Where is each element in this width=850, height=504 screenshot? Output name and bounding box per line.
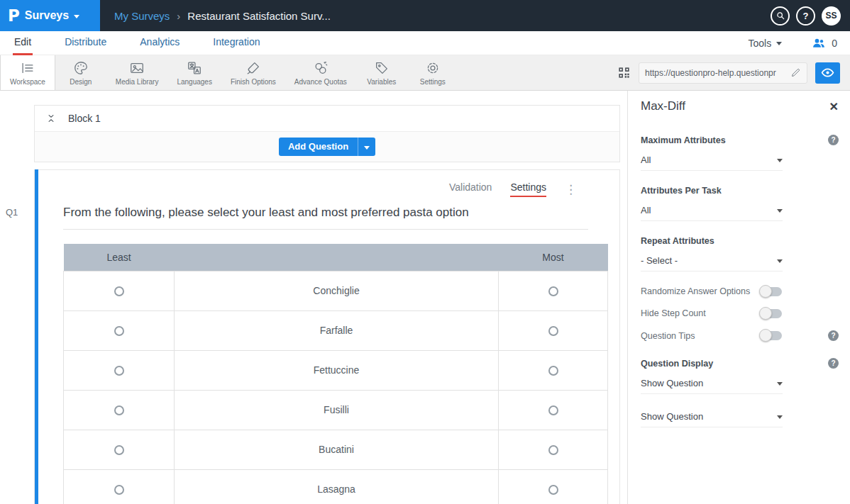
toggle-hide-step-count: Hide Step Count (641, 308, 839, 318)
attribute-label: Fettuccine (175, 350, 499, 390)
question-accent-stripe (35, 169, 38, 504)
field-label: Attributes Per Task (641, 186, 722, 196)
tab-integration[interactable]: Integration (211, 31, 261, 55)
tabbar-right: Tools 0 (749, 36, 837, 50)
block-card: Block 1 Add Question (34, 105, 620, 162)
field-label: Repeat Attributes (641, 236, 714, 246)
select-value: Show Question (641, 411, 703, 422)
more-options-icon[interactable]: ⋮ (565, 184, 577, 196)
breadcrumb-my-surveys[interactable]: My Surveys (114, 10, 170, 22)
column-header-attribute (175, 244, 499, 271)
breadcrumb: My Surveys › Restaurant Satisfaction Sur… (114, 10, 331, 22)
qr-code-icon[interactable] (617, 66, 631, 79)
toggle-switch[interactable] (761, 287, 782, 296)
topbar: P Surveys My Surveys › Restaurant Satisf… (0, 0, 850, 31)
questionpro-logo-icon: P (8, 8, 20, 24)
toolbar-item-media-library[interactable]: Media Library (106, 55, 168, 90)
toolbar-item-settings[interactable]: Settings (407, 55, 458, 90)
avatar[interactable]: SS (822, 6, 841, 26)
tag-icon (374, 60, 390, 76)
least-radio[interactable] (114, 485, 124, 495)
least-radio[interactable] (114, 445, 124, 455)
table-row: Lasagna (64, 469, 608, 504)
survey-url-field[interactable]: https://questionpro-help.questionpr (639, 62, 807, 84)
toggle-knob (759, 307, 772, 320)
toolbar-item-finish-options[interactable]: Finish Options (221, 55, 285, 90)
toolbar-item-languages[interactable]: Languages (167, 55, 221, 90)
collaborators[interactable]: 0 (812, 36, 837, 50)
table-header-row: Least Most (64, 244, 608, 271)
help-button[interactable]: ? (796, 6, 815, 26)
field-repeat-attributes: Repeat Attributes - Select - (641, 236, 839, 271)
question-title[interactable]: From the following, please select your l… (63, 206, 588, 230)
close-icon[interactable]: ✕ (829, 100, 839, 113)
toggle-knob (759, 329, 772, 342)
most-radio[interactable] (548, 485, 558, 495)
least-radio[interactable] (114, 286, 124, 296)
least-radio[interactable] (114, 326, 124, 336)
survey-url-value: https://questionpro-help.questionpr (645, 68, 790, 78)
tools-label: Tools (749, 38, 772, 49)
most-radio[interactable] (548, 445, 558, 455)
panel-title: Max-Diff (641, 99, 685, 113)
toggle-label: Hide Step Count (641, 308, 756, 318)
tab-distribute[interactable]: Distribute (63, 31, 108, 55)
most-radio[interactable] (548, 326, 558, 336)
tab-settings[interactable]: Settings (510, 181, 546, 197)
add-question-button[interactable]: Add Question (279, 138, 375, 156)
toolbar-item-workspace[interactable]: Workspace (0, 55, 55, 90)
maxdiff-settings-panel: Max-Diff ✕ Maximum Attributes ? All Attr… (627, 91, 850, 504)
tools-menu[interactable]: Tools (749, 38, 783, 49)
tab-validation[interactable]: Validation (449, 181, 492, 197)
column-header-most: Most (499, 244, 608, 271)
toolbar-item-label: Languages (177, 78, 212, 86)
product-switcher[interactable]: P Surveys (0, 0, 100, 31)
repeat-attributes-select[interactable]: - Select - (641, 255, 783, 271)
least-radio[interactable] (114, 366, 124, 376)
most-radio[interactable] (548, 366, 558, 376)
search-button[interactable] (771, 6, 790, 26)
tab-edit[interactable]: Edit (13, 31, 33, 55)
chevron-down-icon (777, 259, 783, 263)
toolbar-item-label: Design (70, 78, 92, 86)
add-question-label[interactable]: Add Question (279, 138, 358, 156)
edit-pencil-icon[interactable] (790, 67, 801, 78)
most-radio[interactable] (548, 286, 558, 296)
chevron-down-icon (777, 415, 783, 419)
help-icon[interactable]: ? (828, 330, 839, 341)
toggle-randomize-answer-options: Randomize Answer Options (641, 286, 839, 296)
question-display-select-1[interactable]: Show Question (641, 378, 783, 394)
main-nav-tabs: Edit Distribute Analytics Integration To… (0, 31, 850, 55)
attribute-label: Conchiglie (175, 271, 499, 310)
main-area: Q1 Block 1 Add Question (0, 91, 850, 504)
add-question-dropdown[interactable] (358, 138, 375, 156)
select-value: All (641, 155, 651, 165)
search-icon (776, 11, 785, 21)
toolbar-item-advance-quotas[interactable]: Advance Quotas (285, 55, 356, 90)
linked-circles-icon (313, 60, 329, 76)
most-radio[interactable] (548, 405, 558, 415)
attributes-per-task-select[interactable]: All (641, 205, 783, 221)
block-body: Add Question (35, 132, 619, 162)
block-title[interactable]: Block 1 (68, 113, 101, 124)
least-radio[interactable] (114, 405, 124, 415)
collapse-block-icon[interactable] (46, 113, 56, 123)
toolbar-right: https://questionpro-help.questionpr (617, 55, 850, 90)
toggle-switch[interactable] (761, 309, 782, 318)
maximum-attributes-select[interactable]: All (641, 155, 783, 171)
tab-analytics[interactable]: Analytics (138, 31, 181, 55)
toolbar-item-label: Settings (420, 78, 446, 86)
field-label: Maximum Attributes (641, 135, 726, 145)
breadcrumb-survey-title: Restaurant Satisfaction Surv... (187, 10, 330, 22)
maxdiff-table: Least Most Conchiglie Farfalle (63, 244, 608, 504)
attribute-label: Fusilli (175, 390, 499, 430)
attribute-label: Farfalle (175, 310, 499, 350)
toolbar-item-design[interactable]: Design (55, 55, 106, 90)
help-icon[interactable]: ? (828, 135, 839, 145)
editor-toolbar: Workspace Design Media Library Languages… (0, 55, 850, 91)
preview-button[interactable] (815, 62, 840, 84)
question-display-select-2[interactable]: Show Question (641, 411, 783, 427)
toggle-switch[interactable] (761, 331, 782, 340)
help-icon[interactable]: ? (828, 358, 839, 369)
toolbar-item-variables[interactable]: Variables (356, 55, 407, 90)
